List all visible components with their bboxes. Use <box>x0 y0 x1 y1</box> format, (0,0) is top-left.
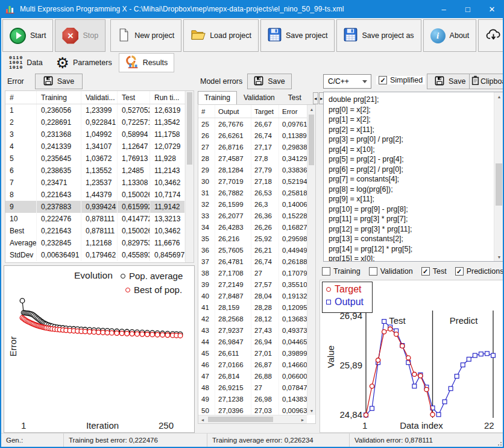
table-row[interactable]: 4627,016626,870,146609 <box>198 359 307 370</box>
new-project-button[interactable]: New project <box>110 19 181 52</box>
tab-training[interactable]: Training <box>198 91 237 104</box>
black-circle-marker-icon <box>121 274 125 279</box>
table-row[interactable]: 80,2216431,443790,15002610,7174 <box>5 189 185 201</box>
start-button[interactable]: Start <box>2 19 53 52</box>
stop-button[interactable]: ✕ Stop <box>55 19 106 52</box>
column-header[interactable]: # <box>5 91 37 104</box>
clipboard-button[interactable]: Clipboard <box>469 74 504 89</box>
table-row[interactable]: 90,2378830,9394240,61599211,9142 <box>5 201 185 213</box>
table-row[interactable]: 30,2313681,049920,5899411,1758 <box>5 128 185 140</box>
table-row[interactable]: 3126,788226,530,258182 <box>198 187 307 198</box>
checkbox[interactable]: ✓ <box>455 267 464 276</box>
simplified-checkbox[interactable]: ✓ <box>379 76 387 84</box>
code-scrollbar[interactable]: ▲ ▼ <box>494 92 503 261</box>
table-row[interactable]: 3625,760526,210,449498 <box>198 244 307 256</box>
about-button[interactable]: i About <box>423 19 477 52</box>
table-row[interactable]: 4128,15928,280,120951 <box>198 301 307 313</box>
table-row[interactable]: 50,2356451,036721,7691311,928 <box>5 153 185 165</box>
save-project-as-button[interactable]: Save project as <box>336 19 421 52</box>
table-row[interactable]: 3526,21625,920,295984 <box>198 233 307 244</box>
maximize-button[interactable]: □ <box>456 0 480 18</box>
table-row[interactable]: 2526,767626,670,097612 <box>198 118 307 130</box>
code-save-button[interactable]: Save <box>427 74 474 89</box>
checkbox[interactable] <box>322 267 330 276</box>
table-row[interactable]: 4027,848728,040,191323 <box>198 290 307 301</box>
updates-button[interactable]: Updates <box>478 19 504 52</box>
scroll-up-icon[interactable]: ▲ <box>307 105 316 113</box>
column-header[interactable]: Run ti... <box>150 91 185 104</box>
table-row[interactable]: 100,2224760,8781110,41477213,3213 <box>5 213 185 225</box>
series-toggle-test[interactable]: ✓Test <box>421 267 447 276</box>
table-row[interactable]: 3426,428326,260,168276 <box>198 221 307 233</box>
table-row[interactable]: 40,2413391,341071,1264712,0729 <box>5 140 185 153</box>
column-header[interactable]: Test <box>118 91 150 104</box>
middle-save-button[interactable]: Save <box>247 74 292 89</box>
column-header[interactable]: # <box>198 105 215 118</box>
table-row[interactable]: 4726,81426,880,066008 <box>198 370 307 382</box>
middle-table-vscrollbar[interactable]: ▲ ▼ <box>307 105 315 415</box>
table-row[interactable]: Best0,2216430,8781110,15002610,3462 <box>5 225 185 237</box>
middle-table-hscrollbar[interactable]: ◄ ► <box>198 415 307 423</box>
checkbox[interactable] <box>369 267 377 276</box>
simplified-toggle[interactable]: ✓ Simplified <box>376 76 425 84</box>
table-row[interactable]: StdDev0,006364910,1794620,4558930,845697 <box>5 249 185 261</box>
save-project-button[interactable]: Save project <box>260 19 335 52</box>
left-table-scrollbar[interactable] <box>185 91 194 262</box>
table-row[interactable]: 20,2286910,9228410,72257111,3542 <box>5 116 185 128</box>
left-save-button[interactable]: Save <box>35 74 83 89</box>
tab-scroll-left-button[interactable]: ◄ <box>313 92 318 104</box>
nav-data-button[interactable]: 0110 1001 1010 Data <box>2 53 49 72</box>
column-header[interactable]: Training <box>37 91 81 104</box>
data-point <box>449 386 453 391</box>
table-row[interactable]: 2827,458727,80,341298 <box>198 153 307 164</box>
table-row[interactable]: 2928,128427,790,338365 <box>198 164 307 175</box>
table-row[interactable]: 3827,1708270,170794 <box>198 267 307 279</box>
close-button[interactable]: ✕ <box>480 0 504 18</box>
table-row[interactable]: 3927,214927,570,355103 <box>198 279 307 290</box>
table-row[interactable]: 3326,207726,360,152287 <box>198 210 307 221</box>
scroll-down-icon[interactable]: ▼ <box>307 406 316 415</box>
column-header[interactable]: Output <box>215 105 251 118</box>
fit-x-tick-min: 1 <box>362 420 367 431</box>
table-row[interactable]: 2626,626126,740,113891 <box>198 130 307 141</box>
nav-parameters-button[interactable]: ⚙ Parameters <box>49 53 119 72</box>
table-row[interactable]: 4327,923727,430,493738 <box>198 324 307 336</box>
minimize-button[interactable]: – <box>432 0 456 18</box>
tab-validation[interactable]: Validation <box>237 91 282 104</box>
scroll-right-icon[interactable]: ► <box>298 415 307 424</box>
table-row[interactable]: 3027,701927,180,521945 <box>198 175 307 187</box>
table-row[interactable]: 4426,984726,940,044650 <box>198 336 307 347</box>
column-header[interactable]: Error <box>279 105 308 118</box>
column-header[interactable]: Validati... <box>81 91 118 104</box>
resize-grip[interactable] <box>496 440 502 446</box>
scroll-left-icon[interactable]: ◄ <box>198 415 207 424</box>
table-row[interactable]: Average0,2328451,121680,82975311,6676 <box>5 237 185 249</box>
cell: 0,878111 <box>81 213 118 225</box>
table-row[interactable]: 2726,871627,170,298384 <box>198 141 307 153</box>
series-toggle-validation[interactable]: Validation <box>369 267 413 276</box>
checkbox[interactable]: ✓ <box>421 267 430 276</box>
table-row[interactable]: 10,2360561,233990,52705212,6319 <box>5 104 185 116</box>
table-row[interactable]: 4826,9215270,078470 <box>198 382 307 393</box>
language-select[interactable]: C/C++ <box>323 74 371 89</box>
table-row[interactable]: 4228,256828,120,136832 <box>198 313 307 324</box>
cell: 0,221643 <box>37 225 81 237</box>
tab-test[interactable]: Test <box>282 91 308 104</box>
column-header[interactable]: Target <box>251 105 279 118</box>
error-tab[interactable]: Error <box>7 77 24 86</box>
table-row[interactable]: 70,234711,235371,1330810,3462 <box>5 177 185 189</box>
table-row[interactable]: 4927,123826,980,143835 <box>198 393 307 405</box>
nav-results-button[interactable]: Results <box>119 53 175 72</box>
scroll-down-icon[interactable]: ▼ <box>494 253 504 261</box>
data-point <box>418 374 423 378</box>
generated-code[interactable]: double prg[21];prg[0] = x[2];prg[1] = x[… <box>324 92 494 261</box>
table-row[interactable]: 3726,478126,740,261882 <box>198 256 307 267</box>
series-toggle-training[interactable]: Training <box>322 267 361 276</box>
table-row[interactable]: 60,2386351,135521,248511,2143 <box>5 165 185 177</box>
series-toggle-predictions[interactable]: ✓Predictions <box>455 267 504 276</box>
load-project-button[interactable]: Load project <box>183 19 259 52</box>
scroll-up-icon[interactable]: ▲ <box>494 92 504 101</box>
table-row[interactable]: 3226,159926,30,140062 <box>198 198 307 210</box>
table-row[interactable]: 4526,61127,010,398998 <box>198 347 307 359</box>
cell: 36 <box>198 244 215 256</box>
